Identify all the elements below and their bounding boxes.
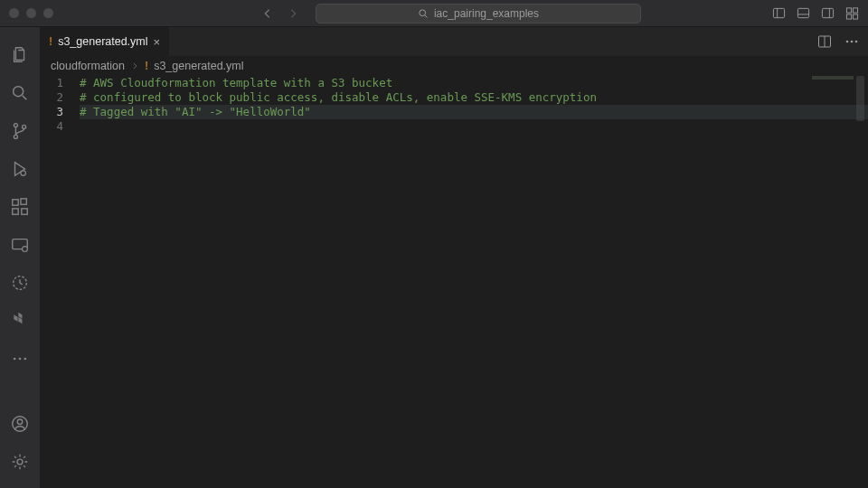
settings-button[interactable] xyxy=(0,443,40,481)
maximize-window-button[interactable] xyxy=(43,8,53,18)
terraform-tab[interactable] xyxy=(0,302,40,340)
svg-rect-9 xyxy=(853,8,857,13)
svg-point-14 xyxy=(14,124,17,127)
svg-point-25 xyxy=(14,358,16,361)
line-number: 3 xyxy=(40,105,80,119)
line-number: 2 xyxy=(40,90,80,105)
source-control-tab[interactable] xyxy=(0,112,40,150)
chevron-right-icon xyxy=(130,61,139,70)
breadcrumb[interactable]: cloudformation ! s3_generated.yml xyxy=(40,56,868,76)
editor[interactable]: 1# AWS Cloudformation template with a S3… xyxy=(40,76,868,488)
run-debug-tab[interactable] xyxy=(0,150,40,188)
svg-point-30 xyxy=(17,459,23,465)
line-content[interactable]: # configured to block public access, dis… xyxy=(80,90,868,105)
toggle-primary-sidebar-icon[interactable] xyxy=(772,6,786,20)
more-tab[interactable] xyxy=(0,340,40,378)
svg-point-33 xyxy=(846,41,849,43)
accounts-button[interactable] xyxy=(0,405,40,443)
svg-point-17 xyxy=(21,171,25,176)
more-actions-icon[interactable] xyxy=(844,34,859,49)
account-icon xyxy=(10,414,30,434)
editor-line[interactable]: 3# Tagged with "AI" -> "HelloWorld" xyxy=(40,105,868,119)
svg-rect-2 xyxy=(773,8,784,17)
remote-explorer-tab[interactable] xyxy=(0,226,40,264)
timeline-tab[interactable] xyxy=(0,264,40,302)
window-controls xyxy=(9,8,53,18)
svg-rect-20 xyxy=(22,209,27,214)
extensions-tab[interactable] xyxy=(0,188,40,226)
activity-bar xyxy=(0,27,40,488)
terraform-icon xyxy=(11,312,29,330)
svg-rect-10 xyxy=(846,14,851,19)
search-icon xyxy=(418,8,429,19)
svg-rect-4 xyxy=(797,8,808,17)
editor-line[interactable]: 4 xyxy=(40,119,868,134)
tab-filename: s3_generated.yml xyxy=(58,35,147,48)
minimize-window-button[interactable] xyxy=(26,8,36,18)
search-tab[interactable] xyxy=(0,74,40,112)
tab-s3-generated[interactable]: ! s3_generated.yml × xyxy=(40,27,170,56)
line-number: 4 xyxy=(40,119,80,134)
minimap[interactable] xyxy=(812,76,854,80)
scrollbar[interactable] xyxy=(856,76,864,121)
breadcrumb-folder[interactable]: cloudformation xyxy=(51,60,125,72)
yaml-file-icon: ! xyxy=(145,60,148,72)
line-content[interactable] xyxy=(80,119,868,134)
explorer-tab[interactable] xyxy=(0,36,40,74)
line-content[interactable]: # Tagged with "AI" -> "HelloWorld" xyxy=(80,105,868,119)
svg-point-34 xyxy=(851,41,854,43)
svg-point-29 xyxy=(17,419,23,425)
search-icon xyxy=(10,83,30,103)
command-center-label: iac_pairing_examples xyxy=(434,7,539,20)
svg-line-13 xyxy=(23,96,27,100)
svg-rect-11 xyxy=(853,14,857,19)
svg-rect-6 xyxy=(822,8,833,17)
svg-point-15 xyxy=(14,135,17,138)
titlebar-layout-controls xyxy=(772,6,859,20)
editor-line[interactable]: 2# configured to block public access, di… xyxy=(40,90,868,105)
yaml-file-icon: ! xyxy=(49,35,52,48)
extensions-icon xyxy=(10,197,30,217)
editor-line[interactable]: 1# AWS Cloudformation template with a S3… xyxy=(40,76,868,90)
svg-line-1 xyxy=(425,14,428,17)
git-branch-icon xyxy=(10,121,30,141)
svg-rect-19 xyxy=(13,209,18,214)
titlebar: iac_pairing_examples xyxy=(0,0,868,27)
toggle-panel-icon[interactable] xyxy=(797,6,810,20)
svg-point-23 xyxy=(23,247,28,252)
svg-point-16 xyxy=(23,125,26,128)
split-editor-icon[interactable] xyxy=(817,34,832,49)
svg-rect-8 xyxy=(846,8,851,13)
svg-point-35 xyxy=(855,41,858,43)
gear-icon xyxy=(10,452,30,472)
command-center[interactable]: iac_pairing_examples xyxy=(316,4,641,23)
run-icon xyxy=(10,159,30,179)
close-window-button[interactable] xyxy=(9,8,19,18)
remote-icon xyxy=(10,235,30,255)
breadcrumb-file[interactable]: s3_generated.yml xyxy=(154,60,243,72)
nav-forward-icon[interactable] xyxy=(287,7,299,20)
nav-arrows xyxy=(261,7,299,20)
clock-icon xyxy=(10,273,30,293)
svg-point-12 xyxy=(14,87,24,97)
svg-point-0 xyxy=(420,9,426,15)
line-content[interactable]: # AWS Cloudformation template with a S3 … xyxy=(80,76,868,90)
ellipsis-icon xyxy=(11,350,29,368)
editor-tabs: ! s3_generated.yml × xyxy=(40,27,868,56)
svg-point-26 xyxy=(19,358,22,361)
toggle-secondary-sidebar-icon[interactable] xyxy=(821,6,835,20)
files-icon xyxy=(10,45,30,65)
svg-rect-18 xyxy=(13,200,18,205)
close-tab-button[interactable]: × xyxy=(154,35,161,49)
svg-point-27 xyxy=(24,358,27,361)
editor-actions xyxy=(817,27,868,56)
nav-back-icon[interactable] xyxy=(261,7,274,20)
customize-layout-icon[interactable] xyxy=(845,6,859,20)
svg-rect-21 xyxy=(21,199,26,204)
line-number: 1 xyxy=(40,76,80,90)
